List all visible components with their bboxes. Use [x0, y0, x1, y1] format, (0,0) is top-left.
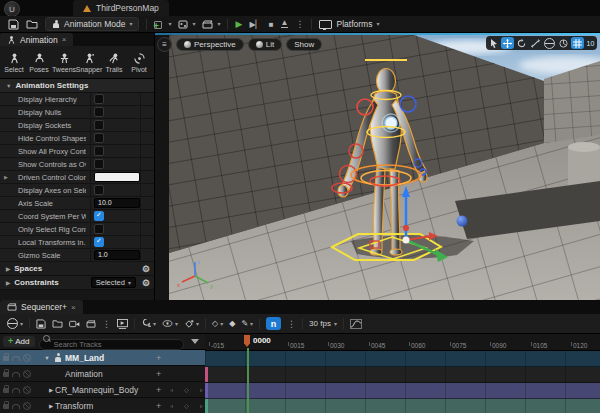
playhead-marker[interactable]	[244, 335, 250, 347]
animation-settings-header[interactable]: ▼ Animation Settings	[0, 79, 154, 93]
tool-tweens[interactable]: Tweens	[52, 48, 76, 78]
tab-sequencer[interactable]: Sequencer+ ×	[0, 300, 83, 314]
view-options-dropdown[interactable]: ▾	[162, 320, 178, 327]
save-button[interactable]	[36, 319, 46, 329]
tab-animation[interactable]: Animation ×	[0, 33, 73, 46]
tool-select[interactable]: Select	[2, 48, 26, 78]
sphere-control[interactable]	[457, 216, 468, 227]
gizmo-scale-input[interactable]: 1.0	[94, 250, 140, 260]
surface-snap-button[interactable]	[557, 37, 570, 49]
checkbox[interactable]	[94, 107, 104, 117]
close-icon[interactable]: ×	[71, 303, 76, 312]
add-track-button[interactable]: +Add	[3, 336, 35, 347]
chevron-right-icon[interactable]: ▶	[4, 174, 8, 180]
add-section-icon[interactable]: +	[156, 401, 161, 411]
sequencer-timeline[interactable]: -015 0015 0030 0045 0060 0075 0090 0105 …	[205, 334, 600, 413]
keyframe-options-dropdown[interactable]: ◇▾	[212, 319, 223, 328]
platforms-dropdown[interactable]: Platforms ▾	[319, 19, 379, 29]
kebab-icon[interactable]: ⋮	[102, 319, 111, 329]
solo-icon[interactable]	[12, 356, 20, 361]
gear-icon[interactable]: ⚙	[142, 278, 150, 288]
grid-snap-button[interactable]	[571, 37, 584, 49]
interpolation-button[interactable]: n	[266, 317, 281, 330]
edit-options-dropdown[interactable]: ✎▾	[241, 319, 253, 328]
content-browser-button[interactable]	[52, 319, 63, 328]
checkbox[interactable]	[94, 224, 104, 234]
sequencer-settings-dropdown[interactable]: ▾	[141, 319, 156, 329]
auto-key-button[interactable]: ◆	[229, 319, 235, 328]
next-key-icon[interactable]: ▹	[200, 386, 203, 393]
create-camera-button[interactable]	[69, 320, 80, 328]
key-navigation[interactable]: ◃◇▹	[170, 402, 203, 409]
solo-icon[interactable]	[12, 372, 20, 377]
tool-snapper[interactable]: Snapper	[77, 48, 101, 78]
prev-key-icon[interactable]: ◃	[170, 402, 173, 409]
mute-icon[interactable]	[23, 386, 31, 394]
grid-snap-value[interactable]: 10	[585, 37, 596, 49]
play-options-kebab-icon[interactable]: ⋮	[295, 19, 304, 29]
fps-dropdown[interactable]: 30 fps▾	[309, 319, 337, 328]
stop-button[interactable]: ■	[269, 20, 274, 29]
track-row-animation[interactable]: Animation +	[0, 366, 205, 382]
next-key-icon[interactable]: ▹	[200, 402, 203, 409]
translate-tool-button[interactable]	[501, 37, 514, 49]
checkbox[interactable]	[94, 94, 104, 104]
level-tab[interactable]: ThirdPersonMap	[73, 0, 169, 16]
track-row-mm-land[interactable]: ▼ MM_Land +	[0, 350, 205, 366]
render-movie-button[interactable]	[86, 320, 96, 328]
editor-mode-dropdown[interactable]: Animation Mode ▾	[45, 17, 139, 31]
mute-icon[interactable]	[23, 370, 31, 378]
chevron-down-icon[interactable]: ▼	[43, 355, 51, 361]
coordinate-space-button[interactable]	[543, 37, 556, 49]
search-input[interactable]	[39, 339, 185, 350]
add-key-dropdown[interactable]: ▾	[184, 319, 199, 329]
add-section-icon[interactable]: +	[156, 353, 161, 363]
cinematics-dropdown[interactable]: ▾	[202, 20, 220, 29]
checkbox[interactable]	[94, 146, 104, 156]
playhead-line[interactable]	[247, 348, 249, 413]
skip-button[interactable]: ▶▏	[249, 20, 261, 29]
lock-icon[interactable]	[3, 356, 9, 361]
constraints-filter-dropdown[interactable]: Selected ▾	[91, 277, 136, 288]
timeline-row-transform[interactable]	[205, 399, 600, 413]
timeline-row-animation[interactable]	[205, 367, 600, 383]
tool-trails[interactable]: Trails	[102, 48, 126, 78]
axis-scale-input[interactable]: 10.0	[94, 198, 140, 208]
curve-editor-button[interactable]	[350, 319, 362, 329]
lock-icon[interactable]	[3, 372, 9, 377]
perspective-dropdown[interactable]: Perspective	[176, 38, 244, 51]
gear-icon[interactable]: ⚙	[142, 264, 150, 274]
sequencer-actions-button[interactable]	[117, 319, 128, 329]
checkbox[interactable]	[94, 133, 104, 143]
add-actor-dropdown[interactable]: ▾	[154, 19, 171, 29]
add-section-icon[interactable]: +	[156, 385, 161, 395]
track-row-cr-mannequin-body[interactable]: ▶ CR_Mannequin_Body + ◃◇▹	[0, 382, 205, 398]
unreal-logo-icon[interactable]: U	[4, 1, 20, 17]
sequence-browse-dropdown[interactable]: ▾	[7, 318, 23, 329]
scale-tool-button[interactable]	[529, 37, 542, 49]
blueprints-dropdown[interactable]: ▾	[178, 19, 195, 29]
rotate-tool-button[interactable]	[515, 37, 528, 49]
kebab-icon[interactable]: ⋮	[287, 319, 296, 329]
play-button[interactable]: ▶	[235, 19, 242, 29]
tool-poses[interactable]: Poses	[27, 48, 51, 78]
tool-pivot[interactable]: Pivot	[127, 48, 151, 78]
key-navigation[interactable]: ◃◇▹	[170, 386, 203, 393]
viewport-menu-button[interactable]: ≡	[157, 37, 172, 52]
content-browser-button[interactable]	[26, 19, 38, 29]
timeline-row-cr-mannequin-body[interactable]	[205, 383, 600, 399]
timeline-ruler[interactable]: -015 0015 0030 0045 0060 0075 0090 0105 …	[205, 334, 600, 351]
add-section-icon[interactable]: +	[156, 369, 161, 379]
color-swatch[interactable]	[94, 172, 140, 182]
lock-icon[interactable]	[3, 388, 9, 393]
spaces-section-header[interactable]: ▶ Spaces ⚙	[0, 262, 154, 276]
select-tool-button[interactable]	[487, 37, 500, 49]
solo-icon[interactable]	[12, 388, 20, 393]
lit-dropdown[interactable]: Lit	[248, 38, 282, 51]
viewport[interactable]: z x y ≡ Perspective Lit Show	[155, 33, 600, 300]
close-icon[interactable]: ×	[62, 35, 67, 44]
checkbox[interactable]	[94, 237, 104, 247]
checkbox[interactable]	[94, 211, 104, 221]
viewport-3d-scene[interactable]: z x y	[169, 35, 600, 300]
show-dropdown[interactable]: Show	[286, 38, 322, 51]
